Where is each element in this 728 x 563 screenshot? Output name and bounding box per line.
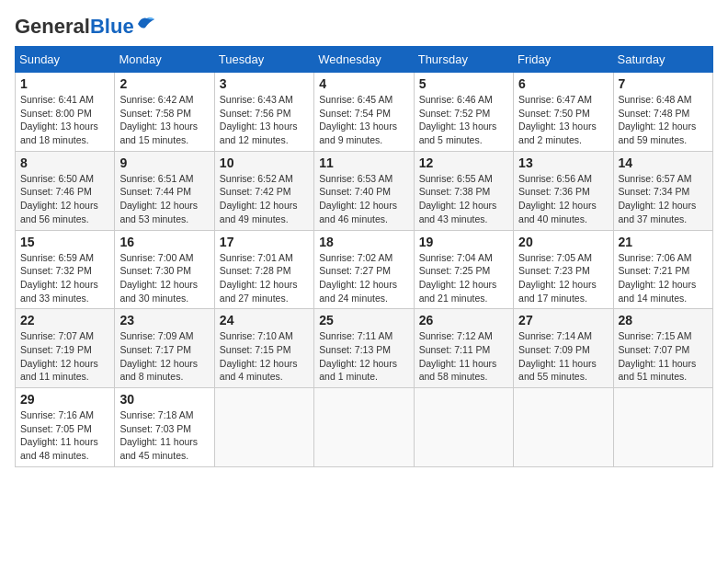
day-number: 12 [419,155,508,170]
day-number: 28 [619,313,708,327]
weekday-header-friday: Friday [514,47,613,73]
day-number: 9 [119,155,209,170]
calendar-cell [314,388,414,467]
day-detail: Sunrise: 6:43 AMSunset: 7:56 PMDaylight:… [220,93,309,147]
day-number: 11 [319,155,408,170]
day-detail: Sunrise: 7:04 AMSunset: 7:25 PMDaylight:… [419,251,508,305]
calendar-week-row: 22Sunrise: 7:07 AMSunset: 7:19 PMDayligh… [16,309,713,388]
calendar-cell: 25Sunrise: 7:11 AMSunset: 7:13 PMDayligh… [314,309,414,388]
day-detail: Sunrise: 6:46 AMSunset: 7:52 PMDaylight:… [419,93,508,147]
day-number: 1 [20,76,109,91]
calendar-cell: 3Sunrise: 6:43 AMSunset: 7:56 PMDaylight… [214,73,313,152]
day-number: 4 [319,76,408,91]
day-detail: Sunrise: 6:51 AMSunset: 7:44 PMDaylight:… [119,172,209,226]
calendar-cell: 27Sunrise: 7:14 AMSunset: 7:09 PMDayligh… [514,309,613,388]
day-detail: Sunrise: 6:41 AMSunset: 8:00 PMDaylight:… [20,93,109,147]
calendar-cell: 16Sunrise: 7:00 AMSunset: 7:30 PMDayligh… [115,230,214,309]
calendar-cell: 30Sunrise: 7:18 AMSunset: 7:03 PMDayligh… [115,388,214,467]
day-detail: Sunrise: 6:56 AMSunset: 7:36 PMDaylight:… [518,172,608,226]
logo-bird-icon [136,15,156,31]
day-detail: Sunrise: 6:53 AMSunset: 7:40 PMDaylight:… [319,172,408,226]
logo: GeneralBlue [15,15,156,39]
day-detail: Sunrise: 6:42 AMSunset: 7:58 PMDaylight:… [119,93,209,147]
day-number: 5 [419,76,508,91]
day-number: 22 [20,313,109,327]
day-detail: Sunrise: 6:55 AMSunset: 7:38 PMDaylight:… [419,172,508,226]
calendar-week-row: 1Sunrise: 6:41 AMSunset: 8:00 PMDaylight… [16,73,713,152]
day-detail: Sunrise: 7:09 AMSunset: 7:17 PMDaylight:… [119,329,209,384]
day-number: 19 [419,235,508,249]
day-number: 23 [119,313,209,327]
calendar-cell: 8Sunrise: 6:50 AMSunset: 7:46 PMDaylight… [16,151,115,230]
calendar-cell: 1Sunrise: 6:41 AMSunset: 8:00 PMDaylight… [16,73,115,152]
weekday-header-wednesday: Wednesday [314,47,414,73]
day-detail: Sunrise: 7:01 AMSunset: 7:28 PMDaylight:… [220,251,309,305]
calendar-week-row: 8Sunrise: 6:50 AMSunset: 7:46 PMDaylight… [16,151,713,230]
calendar-cell [613,388,712,467]
calendar-cell: 28Sunrise: 7:15 AMSunset: 7:07 PMDayligh… [613,309,712,388]
calendar-cell [514,388,613,467]
day-number: 21 [619,235,708,249]
day-number: 18 [319,235,408,249]
day-detail: Sunrise: 6:45 AMSunset: 7:54 PMDaylight:… [319,93,408,147]
day-detail: Sunrise: 7:00 AMSunset: 7:30 PMDaylight:… [119,251,209,305]
weekday-header-saturday: Saturday [613,47,712,73]
logo-text: GeneralBlue [15,15,134,39]
calendar-cell: 13Sunrise: 6:56 AMSunset: 7:36 PMDayligh… [514,151,613,230]
day-number: 13 [518,155,608,170]
day-detail: Sunrise: 7:06 AMSunset: 7:21 PMDaylight:… [619,251,708,305]
calendar-cell: 9Sunrise: 6:51 AMSunset: 7:44 PMDaylight… [115,151,214,230]
day-detail: Sunrise: 6:59 AMSunset: 7:32 PMDaylight:… [20,251,109,305]
calendar-header-row: SundayMondayTuesdayWednesdayThursdayFrid… [16,47,713,73]
calendar-cell: 22Sunrise: 7:07 AMSunset: 7:19 PMDayligh… [16,309,115,388]
day-number: 29 [20,392,109,407]
calendar-cell: 18Sunrise: 7:02 AMSunset: 7:27 PMDayligh… [314,230,414,309]
day-number: 10 [220,155,309,170]
day-number: 3 [220,76,309,91]
calendar-cell: 14Sunrise: 6:57 AMSunset: 7:34 PMDayligh… [613,151,712,230]
calendar-cell: 12Sunrise: 6:55 AMSunset: 7:38 PMDayligh… [414,151,513,230]
day-detail: Sunrise: 7:07 AMSunset: 7:19 PMDaylight:… [20,329,109,384]
day-number: 30 [119,392,209,407]
calendar-cell: 24Sunrise: 7:10 AMSunset: 7:15 PMDayligh… [214,309,313,388]
calendar-cell: 19Sunrise: 7:04 AMSunset: 7:25 PMDayligh… [414,230,513,309]
calendar-cell: 10Sunrise: 6:52 AMSunset: 7:42 PMDayligh… [214,151,313,230]
day-number: 16 [119,235,209,249]
day-number: 14 [619,155,708,170]
day-detail: Sunrise: 6:50 AMSunset: 7:46 PMDaylight:… [20,172,109,226]
weekday-header-monday: Monday [115,47,214,73]
calendar-week-row: 29Sunrise: 7:16 AMSunset: 7:05 PMDayligh… [16,388,713,467]
calendar-cell: 17Sunrise: 7:01 AMSunset: 7:28 PMDayligh… [214,230,313,309]
calendar-cell: 21Sunrise: 7:06 AMSunset: 7:21 PMDayligh… [613,230,712,309]
calendar-cell: 15Sunrise: 6:59 AMSunset: 7:32 PMDayligh… [16,230,115,309]
calendar-cell: 29Sunrise: 7:16 AMSunset: 7:05 PMDayligh… [16,388,115,467]
day-detail: Sunrise: 7:16 AMSunset: 7:05 PMDaylight:… [20,408,109,463]
calendar-cell: 20Sunrise: 7:05 AMSunset: 7:23 PMDayligh… [514,230,613,309]
day-detail: Sunrise: 7:10 AMSunset: 7:15 PMDaylight:… [220,329,309,384]
calendar-cell: 4Sunrise: 6:45 AMSunset: 7:54 PMDaylight… [314,73,414,152]
calendar-week-row: 15Sunrise: 6:59 AMSunset: 7:32 PMDayligh… [16,230,713,309]
page-header: GeneralBlue [15,15,713,39]
day-number: 2 [119,76,209,91]
day-number: 27 [518,313,608,327]
day-number: 20 [518,235,608,249]
day-number: 6 [518,76,608,91]
day-number: 24 [220,313,309,327]
weekday-header-sunday: Sunday [16,47,115,73]
day-detail: Sunrise: 6:47 AMSunset: 7:50 PMDaylight:… [518,93,608,147]
day-number: 8 [20,155,109,170]
day-detail: Sunrise: 6:52 AMSunset: 7:42 PMDaylight:… [220,172,309,226]
day-detail: Sunrise: 7:14 AMSunset: 7:09 PMDaylight:… [518,329,608,384]
calendar-cell: 23Sunrise: 7:09 AMSunset: 7:17 PMDayligh… [115,309,214,388]
calendar-cell: 7Sunrise: 6:48 AMSunset: 7:48 PMDaylight… [613,73,712,152]
calendar-table: SundayMondayTuesdayWednesdayThursdayFrid… [15,46,713,467]
calendar-cell [414,388,513,467]
day-number: 26 [419,313,508,327]
day-number: 7 [619,76,708,91]
calendar-cell: 5Sunrise: 6:46 AMSunset: 7:52 PMDaylight… [414,73,513,152]
weekday-header-thursday: Thursday [414,47,513,73]
day-number: 15 [20,235,109,249]
day-detail: Sunrise: 7:02 AMSunset: 7:27 PMDaylight:… [319,251,408,305]
day-detail: Sunrise: 6:57 AMSunset: 7:34 PMDaylight:… [619,172,708,226]
day-number: 25 [319,313,408,327]
